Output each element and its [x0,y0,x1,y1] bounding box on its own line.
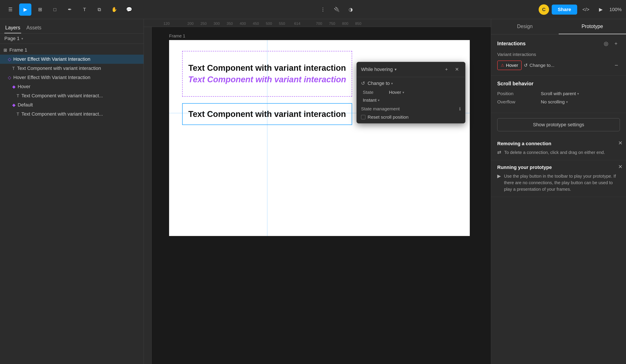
removing-connection-close-button[interactable]: ✕ [618,140,623,146]
plugin-icon[interactable]: 🔌 [331,3,343,16]
layer-text-component-1-label: Text Component with variant interaction [17,66,140,71]
interactions-section: Interactions ◎ + Variant interactions ⚠ … [491,34,626,75]
comment-tool-button[interactable]: 💬 [123,3,135,16]
code-view-button[interactable]: </> [580,3,592,16]
change-to-icon: ↺ [361,81,365,86]
popup-close-button[interactable]: ✕ [453,66,461,73]
interactions-title: Interactions [497,41,600,47]
zoom-level[interactable]: 100% [609,3,622,16]
ruler-mark-400: 400 [240,22,246,26]
page-dropdown-icon: ▾ [21,36,23,41]
popup-instant-row: Instant ▾ [361,98,461,103]
ruler-mark-200: 200 [187,22,194,26]
panel-tabs: Layers Assets [0,19,144,33]
layer-text-component-3[interactable]: T Text Component with variant interact..… [0,109,144,119]
page-selector[interactable]: Page 1 ▾ [0,33,144,44]
ruler-mark-450: 450 [253,22,259,26]
overflow-value-selector[interactable]: No scrolling ▾ [541,99,568,104]
share-button[interactable]: Share [552,4,577,15]
layer-frame1-label: Frame 1 [9,47,140,53]
component-box-selected[interactable]: Text Component with variant interaction … [182,51,352,97]
layer-text-component-2[interactable]: T Text Component with variant interact..… [0,91,144,100]
pen-tool-button[interactable]: ✒ [64,3,76,16]
share-icon[interactable]: ⋮ [317,3,329,16]
menu-button[interactable]: ☰ [4,3,17,16]
info-icon[interactable]: ℹ [459,106,461,111]
canvas-area[interactable]: 120 200 250 300 350 400 450 500 550 614 … [144,19,491,364]
layer-hover-state[interactable]: ◆ Hover [0,82,144,91]
state-icon-default: ◆ [12,102,15,107]
state-label: State [363,90,389,95]
remove-interaction-button[interactable]: − [613,62,620,69]
component-text-purple: Text Component with variant interaction [188,75,346,84]
ruler-mark-750: 750 [329,22,335,26]
theme-icon[interactable]: ◑ [345,3,357,16]
ruler-mark-350: 350 [227,22,233,26]
show-prototype-settings-button[interactable]: Show prototype settings [497,118,620,131]
running-prototype-body: ▶ Use the play button in the toolbar to … [497,173,620,193]
layer-text-component-3-label: Text Component with variant interact... [21,111,140,117]
state-dropdown-icon: ▾ [402,90,404,95]
tab-layers[interactable]: Layers [4,23,21,33]
removing-connection-tip: ✕ Removing a connection ⇄ To delete a co… [491,136,626,160]
position-value-selector[interactable]: Scroll with parent ▾ [541,91,579,96]
timing-selector[interactable]: Instant ▾ [363,98,380,103]
running-prototype-close-button[interactable]: ✕ [618,164,623,170]
text-tool-button[interactable]: T [78,3,91,16]
removing-connection-text: To delete a connection, click and drag o… [504,149,605,156]
popup-checkbox-row: Reset scroll position [361,115,461,120]
frame-tool-button[interactable]: ⊞ [34,3,46,16]
interactions-add-button[interactable]: + [612,40,620,47]
play-button[interactable]: ▶ [595,3,607,16]
popup-state-row: State Hover ▾ [361,90,461,95]
layer-tree: ⊞ Frame 1 ◇ Hover Effect With Variant In… [0,44,144,364]
tab-assets[interactable]: Assets [26,23,42,33]
layer-hover-effect-1[interactable]: ◇ Hover Effect With Variant Interaction [0,55,144,64]
reset-scroll-checkbox[interactable] [361,115,365,119]
ruler-mark-800: 800 [342,22,348,26]
popup-trigger-selector[interactable]: While hovering ▾ [361,66,396,72]
toolbar-left: ☰ ▶ ⊞ □ ✒ T ⧉ ✋ 💬 [4,3,135,16]
connection-icon: ⇄ [497,150,501,155]
state-value-selector[interactable]: Hover ▾ [389,90,404,95]
running-prototype-text: Use the play button in the toolbar to pl… [504,173,620,193]
user-avatar[interactable]: C [539,4,549,15]
popup-body: ↺ Change to ▾ State Hover ▾ [357,77,465,123]
components-tool-button[interactable]: ⧉ [93,3,106,16]
ruler-left [144,27,152,364]
popup-trigger-label: While hovering [361,66,393,72]
overflow-label: Overflow [497,99,541,104]
tab-prototype[interactable]: Prototype [559,19,626,34]
hover-chip-row: ⚠ Hover ↺ Change to... − [497,61,620,70]
change-to-chip[interactable]: ↺ Change to... [524,63,554,68]
hand-tool-button[interactable]: ✋ [108,3,120,16]
toolbar-center: ⋮ 🔌 ◑ [139,3,535,16]
text-icon-3: T [17,112,19,117]
variant-interactions-label: Variant interactions [497,52,620,57]
ruler-mark-614: 614 [294,22,300,26]
shape-tool-button[interactable]: □ [49,3,61,16]
layer-text-component-1[interactable]: T Text Component with variant interactio… [0,64,144,73]
popup-change-to-selector[interactable]: Change to ▾ [368,81,393,86]
layer-default-state[interactable]: ◆ Default [0,100,144,109]
frame-icon: ⊞ [3,47,7,53]
popup-add-button[interactable]: + [442,66,450,73]
hover-chip[interactable]: ⚠ Hover [497,61,522,70]
right-panel: Design Prototype Interactions ◎ + Varian… [491,19,626,364]
layer-hover-effect-2[interactable]: ◇ Hover Effect With Variant Interaction [0,73,144,82]
reset-scroll-label: Reset scroll position [368,115,409,120]
component-icon-1: ◇ [8,57,11,62]
ruler-mark-550: 550 [279,22,285,26]
position-dropdown-icon: ▾ [577,92,579,96]
interactions-target-icon[interactable]: ◎ [602,40,610,47]
layer-frame1[interactable]: ⊞ Frame 1 [0,45,144,55]
popup-change-to-label: Change to [368,81,390,86]
position-row: Position Scroll with parent ▾ [497,91,620,96]
component-box-default[interactable]: Text Component with variant interaction [182,103,352,125]
toolbar-right: C Share </> ▶ 100% [539,3,622,16]
warning-icon: ⚠ [501,63,504,68]
tab-design[interactable]: Design [491,19,559,34]
running-prototype-title: Running your prototype [497,165,620,170]
popup-header-actions: + ✕ [442,66,461,73]
select-tool-button[interactable]: ▶ [19,3,31,16]
